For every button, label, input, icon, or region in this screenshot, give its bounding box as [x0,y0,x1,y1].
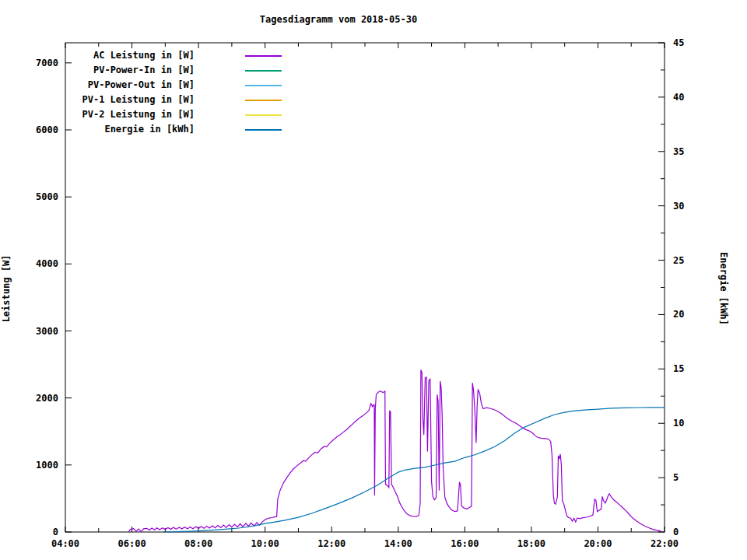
daily-pv-chart: Tagesdiagramm vom 2018-05-30 Leistung [W… [0,0,747,560]
legend-label: PV-1 Leistung in [W] [70,93,195,107]
y2-tick-label: 10 [673,418,684,429]
legend-line-sample [245,85,282,86]
legend-line-sample [245,100,282,101]
y-tick-label: 1000 [36,460,58,471]
y2-tick-label: 40 [673,92,684,103]
legend-label: AC Leistung in [W] [70,48,195,63]
x-tick-label: 06:00 [117,538,146,549]
x-tick-label: 16:00 [451,538,479,549]
x-tick-label: 10:00 [251,538,279,549]
legend-line-sample [245,114,282,116]
y-tick-label: 5000 [36,191,58,202]
legend-label: PV-Power-Out in [W] [70,78,195,93]
x-tick-label: 20:00 [584,538,612,549]
legend-line-sample [245,129,282,131]
y-tick-label: 6000 [36,124,58,135]
y2-tick-label: 0 [673,527,679,537]
legend-label: PV-Power-In in [W] [70,63,195,78]
legend-label: Energie in [kWh] [70,122,195,137]
y2-tick-label: 25 [673,255,684,266]
legend-line-sample [245,55,282,57]
x-tick-label: 14:00 [384,538,412,549]
y-tick-label: 3000 [36,326,58,337]
y-tick-label: 0 [53,527,58,537]
y2-tick-label: 45 [673,37,684,48]
y2-tick-label: 15 [673,363,684,374]
y2-tick-label: 5 [673,472,679,483]
y-tick-label: 2000 [36,393,58,404]
x-tick-label: 04:00 [51,538,79,549]
x-tick-label: 12:00 [317,538,345,549]
x-tick-label: 22:00 [651,538,679,549]
x-tick-label: 18:00 [517,538,545,549]
y2-tick-label: 30 [673,201,684,212]
x-tick-label: 08:00 [184,538,212,549]
y-tick-label: 4000 [36,258,58,269]
series-line-5 [163,408,665,532]
y-tick-label: 7000 [36,58,58,68]
legend-line-sample [245,70,282,72]
y2-tick-label: 35 [673,146,684,157]
legend-label: PV-2 Leistung in [W] [70,107,195,122]
series-line-0 [128,370,661,533]
y2-tick-label: 20 [673,309,684,320]
